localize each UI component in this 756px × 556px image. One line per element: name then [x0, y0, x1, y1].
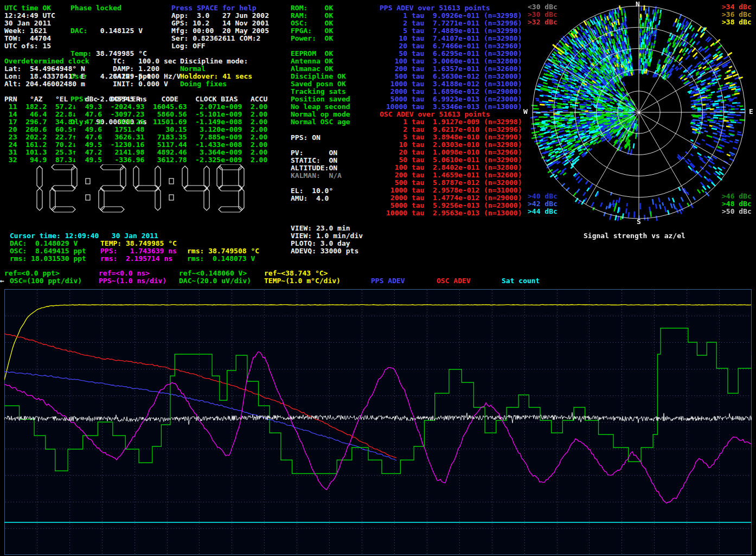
phase-status: Phase locked — [71, 4, 121, 12]
sat-table-row: 31 101.3 25.3↑ 47.2 2141.98 4892.46 3.36… — [4, 149, 267, 156]
device-status-line: ROM: OK — [291, 4, 333, 12]
legend-osc-ref: ref=<0.0 ppt> — [4, 270, 60, 277]
big-digital-clock — [15, 164, 254, 216]
health-line: EEPROM OK — [291, 50, 350, 57]
osc-adev-row: 2000 tau 1.4774e-012 (n=29000) — [386, 194, 522, 202]
compass-east: E — [749, 108, 753, 116]
osc-adev-row: 50 tau 5.0610e-011 (n=32900) — [386, 156, 522, 164]
loop-param-line: GAIN:-5.000 Hz/V — [113, 73, 181, 80]
lady-heather-screen: UTC time OK 12:24:49 UTC 30 Jan 2011 Wee… — [0, 0, 756, 556]
fix-flag-line: PV: ON — [291, 149, 337, 157]
osc-adev-row: 500 tau 5.8787e-012 (n=32000) — [386, 179, 522, 187]
dbc-legend-item: >46 dBc — [722, 193, 752, 200]
dbc-legend-item: <30 dBc — [528, 3, 558, 11]
sat-table-row: 20 260.6 60.5↑ 49.6 1751.48 30.15 3.120e… — [4, 126, 267, 133]
legend-dac-ref: ref~<0.148060 V> — [179, 270, 247, 277]
loop-param-line: INIT: 0.000 V — [113, 80, 181, 88]
pps-status: PPS: ON — [291, 134, 321, 142]
sat-table-header: PRN °AZ °EL dBc DOPPLER CODE CLOCK BIAS … — [4, 95, 267, 103]
legend-sat-count[interactable]: Sat count — [502, 277, 540, 285]
device-status-list: ROM: OKRAM: OKOSC: OKFPGA: OKPower: OK — [291, 4, 333, 42]
pps-adev-row: 1000 tau 3.4188e-012 (n=31000) — [386, 80, 522, 88]
pps-adev-title: PPS ADEV over 51613 points — [380, 4, 490, 12]
cursor-rms-temp: rms: 38.749508 °C — [187, 247, 259, 255]
legend-pps-ref: ref=<0.0 ns> — [99, 270, 150, 277]
phase-row-label: Temp: — [71, 49, 92, 57]
position-line: Lon: 18.4337841° E — [4, 73, 85, 80]
pps-adev-row: 2 tau 7.7271e-011 (n=32996) — [386, 20, 522, 27]
signal-strength-map — [524, 0, 754, 226]
history-plot[interactable] — [4, 289, 752, 555]
sat-table-row: 14 46.4 22.8↓ 47.6 -3097.23 5860.56 -5.1… — [4, 111, 267, 118]
sat-table-row: 17 296.7 34.8↑ 47.3 928.25 11501.69 -1.1… — [4, 118, 267, 126]
dbc-legend-item: >34 dBc — [722, 3, 752, 11]
utc-date: 30 Jan 2011 — [4, 20, 51, 27]
device-status-line: RAM: OK — [291, 12, 333, 20]
fix-status: Doing fixes — [180, 80, 227, 88]
dbc-legend-item: >38 dBc — [722, 18, 752, 26]
sat-table-row: 24 161.2 70.2↓ 49.5 -1230.16 5117.44 -1.… — [4, 141, 267, 149]
utc-offset: UTC ofs: 15 — [4, 42, 51, 50]
pps-adev-row: 20 tau 6.7466e-011 (n=32960) — [386, 42, 522, 50]
cursor-rms-pps: rms: 2.195714 ns — [100, 255, 172, 263]
health-line: Tracking sats — [291, 88, 350, 95]
osc-adev-row: 100 tau 2.8402e-011 (n=32800) — [386, 164, 522, 171]
version-info-line: Mfg: 00:00 20 May 2005 — [171, 27, 269, 35]
elevation-mask: EL: 10.0° — [291, 187, 333, 195]
cursor-pps: PPS: 1.743639 ns — [100, 247, 177, 255]
discipline-title: Discipline mode: — [180, 57, 248, 65]
loop-param-line: TC: 100.0 sec — [113, 57, 181, 65]
legend-pps-adev[interactable]: PPS ADEV — [371, 277, 405, 285]
legend-pps-scale[interactable]: PPS~(1.0 ns/div) — [99, 277, 166, 285]
osc-adev-title: OSC ADEV over 51613 points — [380, 111, 490, 118]
legend-osc-scale[interactable]: OSC=(100 ppt/div) — [10, 277, 82, 285]
legend-temp-scale[interactable]: TEMP~(1.0 m°C/div) — [264, 277, 341, 285]
osc-adev-row: 10000 tau 2.9563e-013 (n=13000) — [386, 209, 522, 217]
pps-adev-row: 1 tau 9.0926e-011 (n=32998) — [386, 12, 522, 20]
pps-adev-row: 500 tau 6.5630e-012 (n=32000) — [386, 73, 522, 80]
pps-adev-row: 10000 tau 3.5346e-013 (n=13000) — [386, 103, 522, 111]
health-line: No leap second — [291, 103, 350, 111]
health-line: Normal OSC age — [291, 118, 350, 126]
fix-flag-line: ALTITUDE:ON — [291, 164, 337, 172]
osc-adev-row: 20 tau 1.0098e-010 (n=32960) — [386, 149, 522, 156]
position-list: Lat: 54.4964948° NLon: 18.4337841° EAlt:… — [4, 65, 85, 88]
sat-table-row: 32 94.9 87.3↓ 49.5 -336.96 3612.78 -2.32… — [4, 156, 267, 164]
device-status-line: OSC: OK — [291, 20, 333, 27]
pps-adev-row: 5000 tau 6.9923e-013 (n=23000) — [386, 95, 522, 103]
dbc-legend-item: >30 dBc — [528, 11, 558, 18]
legend-temp-ref: ref~<38.743 °C> — [264, 270, 328, 277]
cursor-temp: TEMP: 38.749985 °C — [100, 240, 177, 247]
compass-south: S — [637, 218, 641, 226]
health-line: Almanac OK — [291, 65, 350, 73]
view-settings-list: VIEW: 23.0 minVIEW: 1.0 min/divPLOTQ: 3.… — [291, 225, 363, 255]
phase-row: Temp: 38.749985 °C — [71, 50, 151, 57]
dbc-legend-item: >36 dBc — [722, 11, 752, 18]
view-setting-line: VIEW: 23.0 min — [291, 225, 363, 232]
dbc-legend-item: >50 dBc — [722, 208, 752, 215]
cursor-dac: DAC: 0.148029 V — [10, 240, 78, 247]
cursor-osc: OSC: 8.649415 ppt — [10, 247, 86, 255]
sat-table-rows: 11 182.2 57.2↓ 49.3 -2024.93 16045.63 2.… — [4, 103, 267, 164]
health-list: EEPROM OKAntenna OKAlmanac OKDiscipline … — [291, 50, 350, 126]
pps-adev-row: 10 tau 7.4107e-011 (n=32980) — [386, 35, 522, 42]
sat-table-row: 23 202.2 22.7↑ 47.6 3626.31 7183.35 7.88… — [4, 133, 267, 141]
time-of-week: TOW: 44704 — [4, 35, 51, 42]
pps-adev-table: 1 tau 9.0926e-011 (n=32998) 2 tau 7.7271… — [386, 12, 522, 111]
health-line: Antenna OK — [291, 57, 350, 65]
holdover-status: Holdover: 41 secs — [180, 73, 252, 80]
osc-adev-row: 5 tau 3.8948e-010 (n=32990) — [386, 133, 522, 141]
legend-dac-scale[interactable]: DAC~(20.0 uV/div) — [179, 277, 251, 285]
utc-time: 12:24:49 UTC — [4, 12, 55, 20]
cursor-time: Cursor time: 12:09:40 30 Jan 2011 — [10, 232, 158, 240]
device-status-line: Power: OK — [291, 35, 333, 42]
phase-row-value: 38.749985 °C — [92, 49, 147, 57]
cursor-rms-dac: rms: 0.148073 V — [187, 255, 255, 263]
gps-week: Week: 1621 — [4, 27, 47, 35]
legend-osc-adev[interactable]: OSC ADEV — [437, 277, 471, 285]
phase-row-label: DAC: — [71, 27, 92, 35]
osc-adev-row: 200 tau 1.4659e-011 (n=32600) — [386, 171, 522, 179]
dbc-legend-item: >32 dBc — [528, 18, 558, 26]
utc-status: UTC time OK — [4, 4, 51, 12]
fix-flags-list: PV: ONSTATIC: ONALTITUDE:ON — [291, 149, 337, 172]
